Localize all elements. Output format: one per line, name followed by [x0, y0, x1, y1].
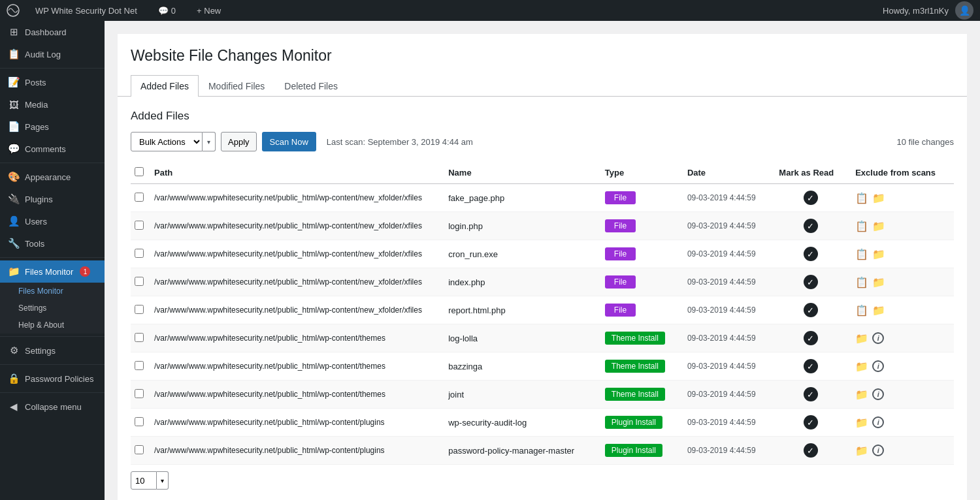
- row-checkbox[interactable]: [135, 333, 144, 342]
- row-checkbox[interactable]: [135, 417, 144, 426]
- site-name[interactable]: WP White Security Dot Net: [30, 0, 142, 21]
- row-name: joint: [442, 381, 598, 409]
- row-checkbox[interactable]: [135, 389, 144, 398]
- row-type: Theme Install: [598, 352, 681, 381]
- exclude-folder-icon[interactable]: 📁: [855, 332, 868, 345]
- submenu-item-settings[interactable]: Settings: [0, 300, 105, 317]
- pages-icon: 📄: [8, 121, 20, 133]
- mark-read-button[interactable]: ✓: [804, 219, 818, 233]
- posts-icon: 📝: [8, 76, 20, 88]
- last-scan-text: Last scan: September 3, 2019 4:44 am: [327, 137, 473, 147]
- file-changes-count: 10 file changes: [897, 137, 954, 147]
- exclude-folder-icon[interactable]: 📁: [855, 360, 868, 373]
- row-type: Theme Install: [598, 324, 681, 352]
- sidebar-item-users[interactable]: 👤 Users: [0, 210, 105, 232]
- exclude-folder-icon[interactable]: 📁: [855, 445, 868, 457]
- info-icon[interactable]: i: [872, 332, 884, 344]
- sidebar-item-tools[interactable]: 🔧 Tools: [0, 232, 105, 255]
- mark-read-button[interactable]: ✓: [804, 387, 818, 401]
- sidebar-item-files-monitor[interactable]: 📁 Files Monitor 1: [0, 260, 105, 283]
- mark-read-button[interactable]: ✓: [804, 303, 818, 317]
- tools-icon: 🔧: [8, 238, 20, 249]
- per-page-input[interactable]: [131, 471, 157, 490]
- new-content-link[interactable]: + New: [191, 0, 226, 21]
- row-path: /var/www/www.wpwhitesecurity.net/public_…: [148, 381, 442, 409]
- row-type: Plugin Install: [598, 437, 681, 465]
- table-row: /var/www/www.wpwhitesecurity.net/public_…: [131, 437, 954, 465]
- row-type: File: [598, 240, 681, 268]
- row-checkbox[interactable]: [135, 277, 144, 286]
- section-title: Added Files: [131, 110, 954, 123]
- exclude-folder-icon[interactable]: 📁: [872, 276, 885, 289]
- row-date: 09-03-2019 4:44:59: [681, 381, 772, 409]
- exclude-folder-icon[interactable]: 📁: [855, 416, 868, 429]
- sidebar-item-media[interactable]: 🖼 Media: [0, 93, 105, 116]
- info-icon[interactable]: i: [872, 416, 884, 428]
- info-icon[interactable]: i: [872, 388, 884, 400]
- submenu-item-help-about[interactable]: Help & About: [0, 317, 105, 334]
- exclude-folder-icon[interactable]: 📁: [872, 304, 885, 317]
- info-icon[interactable]: i: [872, 360, 884, 372]
- mark-read-button[interactable]: ✓: [804, 247, 818, 261]
- row-checkbox[interactable]: [135, 445, 144, 454]
- mark-read-button[interactable]: ✓: [804, 443, 818, 458]
- exclude-folder-icon[interactable]: 📁: [855, 388, 868, 401]
- bulk-actions-dropdown-arrow[interactable]: ▾: [203, 132, 216, 151]
- per-page-dropdown-arrow[interactable]: ▾: [157, 471, 169, 490]
- password-policies-icon: 🔒: [8, 373, 20, 384]
- sidebar-item-password-policies[interactable]: 🔒 Password Policies: [0, 367, 105, 390]
- sidebar-item-appearance[interactable]: 🎨 Appearance: [0, 166, 105, 188]
- exclude-file-icon[interactable]: 📋: [855, 304, 868, 317]
- mark-read-button[interactable]: ✓: [804, 331, 818, 345]
- mark-read-button[interactable]: ✓: [804, 359, 818, 373]
- row-checkbox-cell: [131, 409, 148, 437]
- exclude-file-icon[interactable]: 📋: [855, 220, 868, 232]
- wp-logo[interactable]: [7, 4, 20, 17]
- row-checkbox[interactable]: [135, 361, 144, 370]
- row-checkbox[interactable]: [135, 221, 144, 230]
- row-name: index.php: [442, 268, 598, 296]
- collapse-menu[interactable]: ◀ Collapse menu: [0, 396, 105, 418]
- table-row: /var/www/www.wpwhitesecurity.net/public_…: [131, 212, 954, 240]
- exclude-file-icon[interactable]: 📋: [855, 248, 868, 260]
- exclude-folder-icon[interactable]: 📁: [872, 248, 885, 260]
- info-icon[interactable]: i: [872, 445, 884, 456]
- col-header-date: Date: [681, 162, 772, 184]
- row-exclude: 📁i: [849, 324, 954, 352]
- sidebar-item-pages[interactable]: 📄 Pages: [0, 116, 105, 138]
- exclude-folder-icon[interactable]: 📁: [872, 192, 885, 204]
- sidebar-item-dashboard[interactable]: ⊞ Dashboard: [0, 21, 105, 43]
- table-row: /var/www/www.wpwhitesecurity.net/public_…: [131, 381, 954, 409]
- mark-read-button[interactable]: ✓: [804, 275, 818, 289]
- scan-now-button[interactable]: Scan Now: [262, 132, 316, 151]
- files-monitor-icon: 📁: [8, 266, 20, 277]
- select-all-checkbox[interactable]: [135, 167, 144, 176]
- tab-deleted-files[interactable]: Deleted Files: [274, 75, 348, 97]
- mark-read-button[interactable]: ✓: [804, 415, 818, 430]
- row-checkbox[interactable]: [135, 249, 144, 258]
- sidebar-item-settings[interactable]: ⚙ Settings: [0, 339, 105, 362]
- sidebar-item-audit-log[interactable]: 📋 Audit Log: [0, 43, 105, 65]
- col-header-name: Name: [442, 162, 598, 184]
- bulk-actions-select[interactable]: Bulk Actions: [131, 132, 203, 151]
- row-path: /var/www/www.wpwhitesecurity.net/public_…: [148, 212, 442, 240]
- exclude-file-icon[interactable]: 📋: [855, 192, 868, 204]
- row-mark-as-read: ✓: [772, 212, 849, 240]
- mark-read-button[interactable]: ✓: [804, 191, 818, 205]
- tab-modified-files[interactable]: Modified Files: [199, 75, 274, 97]
- exclude-folder-icon[interactable]: 📁: [872, 220, 885, 232]
- row-mark-as-read: ✓: [772, 409, 849, 437]
- sidebar-item-plugins[interactable]: 🔌 Plugins: [0, 188, 105, 210]
- apply-button[interactable]: Apply: [221, 132, 257, 151]
- tab-added-files[interactable]: Added Files: [131, 75, 199, 97]
- row-name: bazzinga: [442, 352, 598, 381]
- comment-icon: 💬: [158, 6, 169, 16]
- submenu-item-files-monitor[interactable]: Files Monitor: [0, 283, 105, 300]
- row-checkbox[interactable]: [135, 193, 144, 202]
- sidebar-item-posts[interactable]: 📝 Posts: [0, 71, 105, 93]
- col-header-check: [131, 162, 148, 184]
- comments-link[interactable]: 💬 0: [153, 0, 181, 21]
- sidebar-item-comments[interactable]: 💬 Comments: [0, 138, 105, 160]
- exclude-file-icon[interactable]: 📋: [855, 276, 868, 289]
- row-checkbox[interactable]: [135, 305, 144, 314]
